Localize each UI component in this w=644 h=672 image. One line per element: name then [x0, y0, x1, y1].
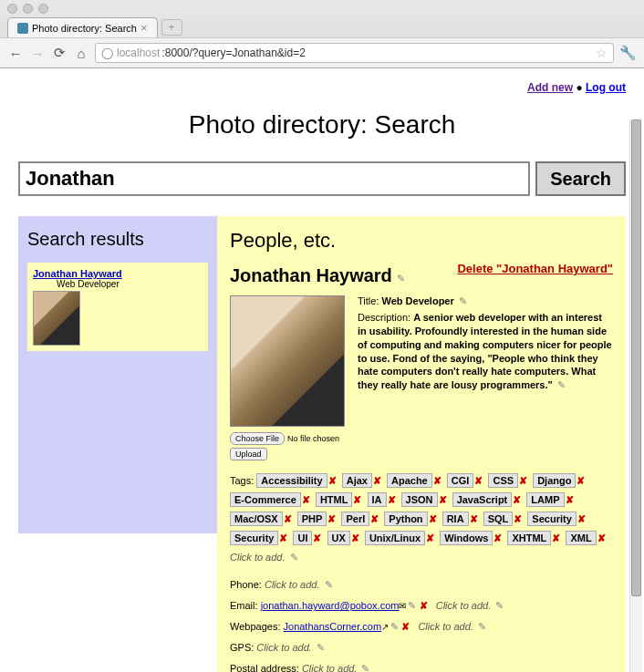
remove-tag-icon[interactable]: ✘ — [433, 475, 441, 486]
edit-icon[interactable]: ✎ — [397, 273, 405, 284]
tag[interactable]: LAMP — [526, 492, 564, 507]
separator-dot: ● — [576, 81, 586, 94]
remove-tag-icon[interactable]: ✘ — [577, 513, 586, 524]
result-name-link[interactable]: Jonathan Hayward — [33, 268, 122, 279]
tags-add[interactable]: Click to add. — [230, 552, 286, 563]
edit-icon[interactable]: ✎ — [325, 579, 333, 590]
edit-icon[interactable]: ✎ — [361, 663, 369, 672]
delete-link[interactable]: Delete "Jonathan Hayward" — [457, 262, 613, 275]
tag[interactable]: Security — [527, 512, 576, 526]
tag[interactable]: UI — [293, 531, 312, 545]
remove-email-icon[interactable]: ✘ — [420, 600, 428, 611]
edit-icon[interactable]: ✎ — [408, 600, 416, 611]
remove-tag-icon[interactable]: ✘ — [351, 532, 359, 543]
webpage-link[interactable]: JonathansCorner.com — [284, 621, 382, 632]
tag[interactable]: CSS — [488, 473, 518, 488]
tag[interactable]: Accessibility — [256, 473, 327, 488]
upload-button[interactable]: Upload — [230, 448, 267, 460]
remove-tag-icon[interactable]: ✘ — [388, 494, 396, 505]
search-result[interactable]: Jonathan Hayward Web Developer — [27, 263, 208, 351]
remove-tag-icon[interactable]: ✘ — [519, 475, 527, 486]
remove-tag-icon[interactable]: ✘ — [470, 513, 478, 524]
bookmark-icon[interactable]: ☆ — [596, 46, 608, 60]
tag[interactable]: E-Commerce — [230, 492, 301, 507]
browser-tab[interactable]: Photo directory: Search × — [7, 17, 158, 37]
remove-tag-icon[interactable]: ✘ — [566, 494, 574, 505]
add-new-link[interactable]: Add new — [527, 81, 573, 94]
tag[interactable]: HTML — [316, 492, 353, 507]
settings-icon[interactable]: 🔧 — [619, 45, 637, 61]
tag[interactable]: Perl — [341, 512, 369, 526]
remove-tag-icon[interactable]: ✘ — [513, 494, 521, 505]
remove-tag-icon[interactable]: ✘ — [373, 475, 381, 486]
tag[interactable]: Security — [230, 531, 278, 545]
tag[interactable]: RIA — [442, 512, 469, 526]
postal-add[interactable]: Click to add. — [302, 663, 358, 672]
remove-tag-icon[interactable]: ✘ — [429, 513, 437, 524]
edit-icon[interactable]: ✎ — [495, 600, 504, 611]
remove-tag-icon[interactable]: ✘ — [284, 513, 292, 524]
search-button[interactable]: Search — [535, 161, 626, 196]
new-tab-button[interactable]: + — [161, 19, 182, 36]
phone-add[interactable]: Click to add. — [265, 579, 320, 590]
tag[interactable]: XHTML — [507, 531, 551, 545]
forward-button[interactable]: → — [29, 46, 46, 61]
edit-icon[interactable]: ✎ — [557, 379, 566, 390]
zoom-window-icon[interactable] — [38, 4, 48, 14]
close-window-icon[interactable] — [7, 4, 17, 14]
remove-tag-icon[interactable]: ✘ — [552, 532, 560, 543]
remove-tag-icon[interactable]: ✘ — [302, 494, 310, 505]
tag[interactable]: JavaScript — [452, 492, 513, 507]
gps-add[interactable]: Click to add. — [256, 642, 312, 653]
tags-row: Tags: Accessibility✘ Ajax✘ Apache✘ CGI✘ … — [230, 471, 613, 566]
email-add[interactable]: Click to add. — [436, 600, 492, 611]
tag[interactable]: PHP — [297, 512, 327, 526]
remove-tag-icon[interactable]: ✘ — [328, 475, 337, 486]
tag[interactable]: Mac/OSX — [230, 512, 283, 526]
scroll-thumb[interactable] — [631, 119, 641, 596]
remove-tag-icon[interactable]: ✘ — [327, 513, 336, 524]
tag[interactable]: Django — [533, 473, 576, 488]
remove-tag-icon[interactable]: ✘ — [576, 475, 585, 486]
edit-icon[interactable]: ✎ — [290, 552, 298, 563]
remove-tag-icon[interactable]: ✘ — [514, 513, 522, 524]
remove-tag-icon[interactable]: ✘ — [426, 532, 434, 543]
remove-tag-icon[interactable]: ✘ — [474, 475, 483, 486]
tag[interactable]: Unix/Linux — [365, 531, 425, 545]
remove-tag-icon[interactable]: ✘ — [597, 532, 606, 543]
tag[interactable]: UX — [327, 531, 350, 545]
logout-link[interactable]: Log out — [586, 81, 626, 94]
remove-tag-icon[interactable]: ✘ — [370, 513, 379, 524]
minimize-window-icon[interactable] — [23, 4, 33, 14]
edit-icon[interactable]: ✎ — [390, 621, 399, 632]
edit-icon[interactable]: ✎ — [317, 642, 325, 653]
choose-file-button[interactable]: Choose File — [230, 432, 285, 445]
scrollbar[interactable]: ▲ ▼ — [629, 119, 642, 672]
remove-webpage-icon[interactable]: ✘ — [401, 621, 410, 632]
search-input[interactable] — [18, 161, 530, 196]
back-button[interactable]: ← — [7, 46, 24, 61]
webpage-add[interactable]: Click to add. — [418, 621, 473, 632]
tag[interactable]: Python — [384, 512, 427, 526]
remove-tag-icon[interactable]: ✘ — [313, 532, 321, 543]
tag[interactable]: SQL — [483, 512, 514, 526]
tag[interactable]: XML — [566, 531, 596, 545]
tag[interactable]: JSON — [401, 492, 438, 507]
email-link[interactable]: jonathan.hayward@pobox.com — [261, 600, 400, 611]
url-bar[interactable]: ◯ localhost :8000/?query=Jonathan&id=2 ☆ — [95, 43, 614, 63]
tag[interactable]: Apache — [387, 473, 432, 488]
remove-tag-icon[interactable]: ✘ — [493, 532, 502, 543]
tag[interactable]: CGI — [447, 473, 474, 488]
tag[interactable]: Windows — [440, 531, 493, 545]
reload-button[interactable]: ⟳ — [51, 45, 68, 61]
remove-tag-icon[interactable]: ✘ — [439, 494, 447, 505]
remove-tag-icon[interactable]: ✘ — [353, 494, 361, 505]
remove-tag-icon[interactable]: ✘ — [279, 532, 287, 543]
tag[interactable]: IA — [368, 492, 387, 507]
description-value: A senior web developer with an interest … — [358, 312, 612, 390]
edit-icon[interactable]: ✎ — [459, 295, 467, 306]
home-button[interactable]: ⌂ — [73, 46, 89, 61]
tag[interactable]: Ajax — [342, 473, 372, 488]
edit-icon[interactable]: ✎ — [478, 621, 486, 632]
close-tab-icon[interactable]: × — [140, 21, 148, 35]
